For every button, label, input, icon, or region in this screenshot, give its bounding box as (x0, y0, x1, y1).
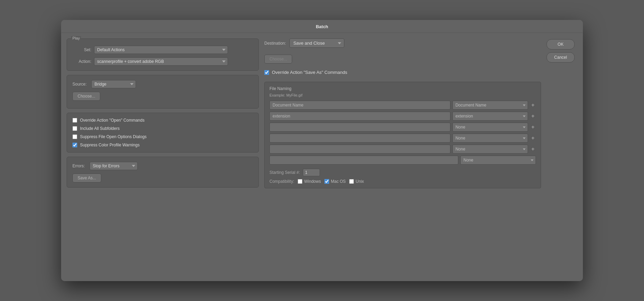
override-save-row: Override Action "Save As" Commands (264, 70, 541, 75)
include-subfolders-checkbox[interactable] (72, 126, 77, 131)
destination-row: Destination: None Save and Close Folder (264, 38, 541, 48)
button-panel: OK Cancel (547, 38, 577, 188)
naming-row-4: None Document Name extension + (269, 134, 536, 143)
play-section-title: Play (71, 36, 81, 40)
override-open-label: Override Action "Open" Commands (80, 118, 145, 123)
save-as-button[interactable]: Save As... (72, 174, 101, 182)
suppress-warnings-checkbox[interactable] (72, 143, 77, 147)
naming-plus-5[interactable]: + (530, 146, 536, 152)
action-label: Action: (72, 59, 91, 64)
windows-checkbox[interactable] (298, 179, 302, 184)
naming-input-6[interactable] (269, 156, 458, 165)
unix-label: Unix (356, 179, 364, 184)
naming-row-3: None Document Name extension + (269, 123, 536, 132)
play-section: Play Set: Default Actions Action: scanne… (67, 38, 259, 71)
ok-button[interactable]: OK (547, 39, 575, 49)
naming-row-2: extension Document Name None + (269, 112, 536, 121)
set-label: Set: (72, 47, 91, 52)
macos-checkbox[interactable] (324, 179, 329, 184)
example-value: MyFile.gif (286, 93, 302, 97)
naming-plus-1[interactable]: + (530, 102, 536, 108)
errors-select[interactable]: Stop for Errors Log Errors to File (90, 162, 138, 170)
left-panel: Play Set: Default Actions Action: scanne… (67, 38, 259, 188)
suppress-dialogs-label: Suppress File Open Options Dialogs (80, 134, 147, 139)
override-open-checkbox[interactable] (72, 118, 77, 123)
naming-plus-4[interactable]: + (530, 135, 536, 141)
compat-unix: Unix (349, 179, 364, 184)
source-section: Source: Bridge Folder Import Opened File… (67, 75, 259, 109)
naming-select-6[interactable]: None Document Name extension (460, 156, 536, 165)
naming-input-1[interactable] (269, 101, 450, 110)
macos-label: Mac OS (331, 179, 346, 184)
serial-label: Starting Serial #: (269, 170, 300, 175)
naming-row-6: None Document Name extension (269, 156, 536, 165)
serial-input[interactable] (303, 169, 320, 176)
example-text: Example: MyFile.gif (269, 93, 536, 97)
right-panel: Destination: None Save and Close Folder … (264, 38, 541, 188)
destination-choose-button[interactable]: Choose... (264, 55, 292, 64)
checkboxes-section: Override Action "Open" Commands Include … (67, 113, 259, 153)
naming-select-3[interactable]: None Document Name extension (452, 123, 528, 132)
title-text: Batch (316, 24, 328, 29)
source-choose-button[interactable]: Choose... (72, 92, 100, 101)
naming-input-2[interactable] (269, 112, 450, 121)
override-save-checkbox[interactable] (264, 70, 269, 75)
serial-row: Starting Serial #: (269, 169, 536, 176)
naming-input-3[interactable] (269, 123, 450, 132)
dialog-title: Batch (61, 20, 583, 33)
source-label: Source: (72, 82, 89, 87)
include-subfolders-label: Include All Subfolders (80, 126, 119, 131)
destination-label: Destination: (264, 41, 286, 46)
file-naming-title: File Naming (269, 86, 536, 91)
errors-section: Errors: Stop for Errors Log Errors to Fi… (67, 157, 259, 188)
unix-checkbox[interactable] (349, 179, 354, 184)
naming-select-4[interactable]: None Document Name extension (452, 134, 528, 143)
naming-row-1: Document Name document name DOCUMENT NAM… (269, 101, 536, 110)
action-select[interactable]: scannerprofile + convert adobe RGB (94, 57, 228, 66)
compat-windows: Windows (298, 179, 321, 184)
cancel-button[interactable]: Cancel (547, 52, 575, 63)
batch-dialog: Batch Play Set: Default Actions Action: … (61, 20, 583, 281)
source-select[interactable]: Bridge Folder Import Opened Files (91, 80, 136, 88)
set-select[interactable]: Default Actions (94, 46, 228, 54)
naming-select-5[interactable]: None Document Name extension (452, 145, 528, 154)
errors-label: Errors: (72, 164, 87, 168)
naming-plus-3[interactable]: + (530, 124, 536, 130)
naming-select-1[interactable]: Document Name document name DOCUMENT NAM… (452, 101, 528, 110)
suppress-dialogs-checkbox[interactable] (72, 134, 77, 139)
naming-row-5: None Document Name extension + (269, 145, 536, 154)
file-naming-section: File Naming Example: MyFile.gif Document… (264, 82, 541, 188)
naming-input-4[interactable] (269, 134, 450, 143)
override-save-label: Override Action "Save As" Commands (272, 70, 347, 75)
naming-select-2[interactable]: extension Document Name None (452, 112, 528, 121)
destination-select[interactable]: None Save and Close Folder (289, 38, 344, 48)
compat-label: Compatibility: (269, 179, 294, 184)
example-label: Example: (269, 93, 285, 97)
windows-label: Windows (304, 179, 321, 184)
naming-plus-2[interactable]: + (530, 113, 536, 119)
compatibility-row: Compatibility: Windows Mac OS Unix (269, 179, 536, 184)
compat-macos: Mac OS (324, 179, 346, 184)
naming-input-5[interactable] (269, 145, 450, 154)
suppress-warnings-label: Suppress Color Profile Warnings (80, 143, 140, 147)
